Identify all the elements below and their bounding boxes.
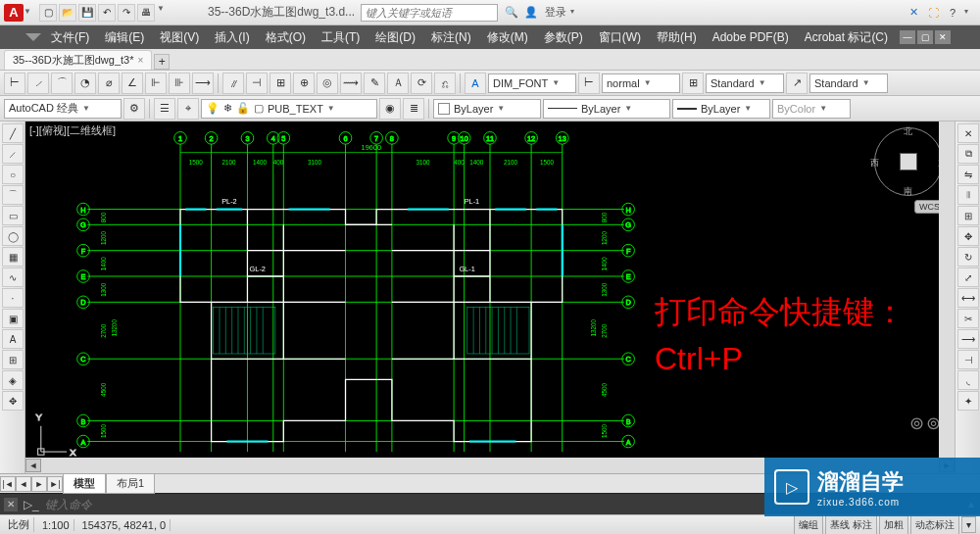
win-max[interactable]: ▢: [917, 30, 933, 44]
layer-state-icon[interactable]: ≣: [403, 98, 424, 120]
layer-manager-icon[interactable]: ☰: [154, 98, 175, 120]
close-doc-icon[interactable]: ×: [138, 55, 144, 66]
tool-point[interactable]: ·: [2, 288, 24, 308]
mod-offset[interactable]: ⫴: [957, 185, 979, 205]
tb-dim-aligned[interactable]: ⟋: [27, 73, 49, 94]
menu-file[interactable]: 文件(F): [45, 27, 95, 48]
mod-array[interactable]: ⊞: [957, 206, 979, 225]
steering-icon[interactable]: ⊚: [909, 413, 924, 434]
menu-tools[interactable]: 工具(T): [316, 27, 366, 48]
tb-dim-linear[interactable]: ⊢: [4, 73, 25, 94]
ws-settings[interactable]: ⚙: [123, 98, 145, 120]
lt-nav-first[interactable]: |◄: [0, 476, 16, 492]
tool-ellipse[interactable]: ◯: [2, 226, 24, 246]
menu-acrobat[interactable]: Acrobat 标记(C): [799, 27, 894, 48]
tb-dim-diameter[interactable]: ⌀: [98, 73, 120, 94]
cmdline-close[interactable]: ✕: [4, 498, 18, 511]
layer-combo[interactable]: 💡 ❄ 🔓 ▢ PUB_TEXT▼: [201, 99, 377, 119]
tb-dim-quick[interactable]: ⊩: [145, 73, 167, 94]
lt-nav-last[interactable]: ►|: [47, 476, 63, 492]
dimstyle-combo[interactable]: normal▼: [602, 73, 680, 93]
tb-inspect[interactable]: ◎: [317, 73, 338, 94]
tb-dimstyle-icon[interactable]: ⊢: [578, 73, 600, 94]
status-scale[interactable]: 1:100: [38, 519, 74, 531]
tb-dim-edit[interactable]: ✎: [364, 73, 385, 94]
tool-region[interactable]: ◈: [2, 370, 24, 390]
lt-nav-next[interactable]: ►: [31, 476, 47, 492]
status-toggle-group[interactable]: 编组: [794, 515, 823, 535]
tb-tolerance[interactable]: ⊞: [270, 73, 291, 94]
tool-move[interactable]: ✥: [2, 391, 24, 411]
tb-mleader-icon[interactable]: ↗: [786, 73, 808, 94]
menu-dimension[interactable]: 标注(N): [425, 27, 477, 48]
layer-prev-icon[interactable]: ◉: [379, 98, 401, 120]
menu-modify[interactable]: 修改(M): [481, 27, 534, 48]
qat-print[interactable]: 🖶: [137, 4, 155, 22]
menu-format[interactable]: 格式(O): [260, 27, 312, 48]
qat-redo[interactable]: ↷: [118, 4, 135, 22]
mod-extend[interactable]: ⟶: [957, 329, 979, 349]
user-icon[interactable]: 👤: [523, 5, 539, 21]
menu-insert[interactable]: 插入(I): [209, 27, 255, 48]
mod-move[interactable]: ✥: [957, 226, 979, 246]
tb-dim-arc[interactable]: ⌒: [51, 73, 73, 94]
login-caret[interactable]: ▾: [570, 7, 582, 19]
qat-save[interactable]: 💾: [78, 4, 96, 22]
exchange-icon[interactable]: ✕: [906, 5, 921, 21]
win-min[interactable]: —: [900, 30, 915, 44]
status-menu[interactable]: ▾: [961, 516, 976, 533]
menu-help[interactable]: 帮助(H): [651, 27, 703, 48]
menu-window[interactable]: 窗口(W): [593, 27, 647, 48]
tool-circle[interactable]: ○: [2, 165, 24, 184]
tool-pline[interactable]: ⟋: [2, 144, 24, 164]
lt-nav-prev[interactable]: ◄: [16, 476, 31, 492]
tab-layout1[interactable]: 布局1: [106, 473, 155, 494]
qat-open[interactable]: 📂: [59, 4, 76, 22]
tool-line[interactable]: ╱: [2, 123, 24, 143]
mod-mirror[interactable]: ⇋: [957, 165, 979, 184]
qat-undo[interactable]: ↶: [98, 4, 116, 22]
menu-adobe-pdf[interactable]: Adobe PDF(B): [707, 28, 795, 46]
help-search-input[interactable]: [361, 4, 498, 22]
tb-jog[interactable]: ⟿: [340, 73, 362, 94]
app-logo[interactable]: A: [4, 4, 24, 22]
linetype-combo[interactable]: ByLayer▼: [543, 99, 670, 119]
menu-view[interactable]: 视图(V): [154, 27, 205, 48]
tool-text[interactable]: A: [2, 329, 24, 349]
tb-center-mark[interactable]: ⊕: [293, 73, 315, 94]
tb-table-icon[interactable]: ⊞: [682, 73, 704, 94]
document-tab[interactable]: 35--36D水施工图dwg_t3* ×: [4, 50, 152, 70]
tb-dim-baseline[interactable]: ⊪: [169, 73, 190, 94]
status-toggle-baseline[interactable]: 基线 标注: [825, 515, 877, 535]
tablestyle-combo[interactable]: Standard▼: [706, 73, 784, 93]
status-toggle-bold[interactable]: 加粗: [879, 515, 908, 535]
mod-stretch[interactable]: ⟷: [957, 288, 979, 308]
viewcube[interactable]: 北 南 东 西: [874, 127, 943, 196]
cloud-icon[interactable]: ⛶: [925, 5, 941, 21]
tb-dim-radius[interactable]: ◔: [74, 73, 96, 94]
win-close[interactable]: ✕: [935, 30, 951, 44]
plotstyle-combo[interactable]: ByColor▼: [772, 99, 851, 119]
menu-parametric[interactable]: 参数(P): [538, 27, 589, 48]
color-combo[interactable]: ByLayer▼: [433, 99, 541, 119]
mod-fillet[interactable]: ◟: [957, 370, 979, 390]
tb-dim-update[interactable]: ⟳: [411, 73, 432, 94]
help-icon[interactable]: ?: [945, 5, 960, 21]
mod-copy[interactable]: ⧉: [957, 144, 979, 164]
tool-rect[interactable]: ▭: [2, 206, 24, 225]
nav-steering[interactable]: ⊚⊚: [909, 413, 941, 434]
search-icon[interactable]: 🔍: [504, 5, 519, 21]
mod-scale[interactable]: ⤢: [957, 267, 979, 287]
status-toggle-dyndim[interactable]: 动态标注: [910, 515, 959, 535]
workspace-combo[interactable]: AutoCAD 经典▼: [4, 99, 122, 119]
tab-model[interactable]: 模型: [63, 473, 106, 494]
mod-trim[interactable]: ✂: [957, 309, 979, 328]
hscroll-left[interactable]: ◄: [25, 459, 41, 472]
mod-rotate[interactable]: ↻: [957, 247, 979, 267]
menu-edit[interactable]: 编辑(E): [99, 27, 150, 48]
tool-spline[interactable]: ∿: [2, 267, 24, 287]
lineweight-combo[interactable]: ByLayer▼: [672, 99, 770, 119]
tb-dim-continue[interactable]: ⟶: [192, 73, 214, 94]
qat-overflow[interactable]: ▼: [157, 4, 169, 16]
login-link[interactable]: 登录: [545, 5, 566, 20]
